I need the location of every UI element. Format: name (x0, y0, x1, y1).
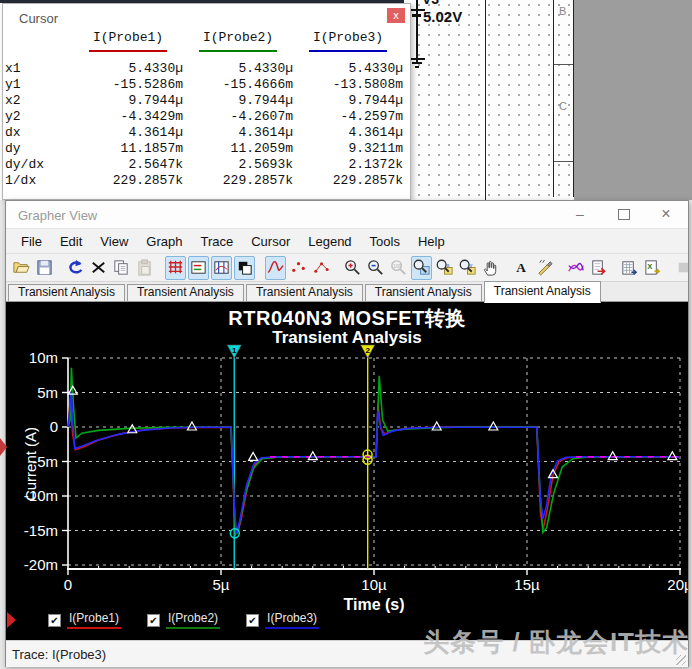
chart-area: RTR040N3 MOSFET转换 Transient Analysis 10m… (6, 302, 688, 640)
screen: V3 5.02V B C Cursor x I(Probe1)I(Probe2)… (0, 0, 692, 669)
svg-text:x: x (446, 262, 449, 268)
cursor-column-header: I(Probe1) (73, 30, 183, 52)
show-grid-button[interactable] (165, 256, 186, 280)
legend-checkbox[interactable]: ✔ (147, 614, 160, 627)
placeholder-button (673, 256, 692, 280)
show-cursors-button[interactable] (211, 256, 232, 280)
delete-button[interactable] (88, 256, 109, 280)
scatter-line-plot-button[interactable] (311, 256, 332, 280)
svg-text:15µ: 15µ (514, 576, 540, 593)
zoom-in-button[interactable] (342, 256, 363, 280)
ground-icon (412, 62, 422, 64)
zone-label-b: B (559, 5, 566, 17)
pan-button[interactable] (480, 256, 501, 280)
scatter-plot-button[interactable] (288, 256, 309, 280)
menu-graph[interactable]: Graph (137, 232, 191, 251)
grid-layer (68, 358, 680, 569)
add-text-button[interactable]: A (511, 256, 532, 280)
tick-labels: 10m5m0-5m-10m-15m-20m05µ10µ15µ20µ (24, 349, 688, 593)
legend-label: I(Probe1) (67, 611, 121, 629)
svg-text:20µ: 20µ (667, 576, 688, 593)
paste-button[interactable] (134, 256, 155, 280)
menu-view[interactable]: View (91, 232, 137, 251)
zoom-out-button[interactable] (365, 256, 386, 280)
svg-text:5µ: 5µ (213, 576, 230, 593)
status-text: Trace: I(Probe3) (12, 647, 106, 662)
workspace-gray-area (574, 0, 692, 200)
legend-checkbox[interactable]: ✔ (246, 614, 259, 627)
export-grid-button[interactable] (619, 256, 640, 280)
black-white-toggle-button[interactable] (234, 256, 255, 280)
annotate-button[interactable] (534, 256, 555, 280)
menu-tools[interactable]: Tools (361, 232, 409, 251)
chart-legend: ✔I(Probe1)✔I(Probe2)✔I(Probe3) (48, 611, 345, 629)
menu-cursor[interactable]: Cursor (242, 232, 299, 251)
x-axis-label: Time (s) (343, 596, 404, 613)
svg-text:10µ: 10µ (361, 576, 387, 593)
copy-button[interactable] (111, 256, 132, 280)
minimize-button[interactable]: – (570, 205, 590, 223)
window-title: Grapher View (18, 208, 97, 223)
show-legend-button[interactable] (188, 256, 209, 280)
toolbar: 100 x y A X (6, 254, 688, 282)
menu-file[interactable]: File (12, 232, 51, 251)
open-button[interactable] (11, 256, 32, 280)
line-plot-button[interactable] (265, 256, 286, 280)
export-graph-button[interactable] (588, 256, 609, 280)
cursor-table-body: x15.4330µ5.4330µ5.4330µy1-15.5286m-15.46… (3, 61, 410, 189)
zone-divider (554, 161, 573, 162)
undo-button[interactable] (65, 256, 86, 280)
tab-transient-analysis-5[interactable]: Transient Analysis (484, 281, 601, 303)
tab-transient-analysis-2[interactable]: Transient Analysis (127, 284, 244, 302)
schematic-canvas: V3 5.02V B C (404, 0, 574, 200)
maximize-icon (618, 209, 630, 220)
legend-checkbox[interactable]: ✔ (48, 614, 61, 627)
battery-plate-short-icon (412, 14, 421, 17)
export-excel-button[interactable]: X (642, 256, 663, 280)
close-button[interactable]: × (656, 205, 676, 223)
zoom-area-button[interactable] (411, 256, 432, 280)
tab-transient-analysis-1[interactable]: Transient Analysis (8, 284, 125, 302)
zoom-100-button[interactable]: 100 (388, 256, 409, 280)
overlay-traces-button[interactable] (565, 256, 586, 280)
save-button[interactable] (34, 256, 55, 280)
axis-layer (62, 358, 681, 575)
cursor-column-header: I(Probe2) (183, 30, 293, 52)
sheet-zone-column: B C (553, 0, 575, 197)
legend-item-iprobe1[interactable]: ✔I(Probe1) (48, 611, 121, 629)
cursor-row-y2: y2-4.3429m-4.2607m-4.2597m (3, 109, 410, 125)
legend-label: I(Probe2) (166, 611, 220, 629)
grapher-window: Grapher View – × FileEditViewGraphTraceC… (5, 200, 689, 667)
legend-item-iprobe3[interactable]: ✔I(Probe3) (246, 611, 319, 629)
cursor-dialog-titlebar[interactable]: Cursor x (3, 4, 410, 28)
cursor-table-header: I(Probe1)I(Probe2)I(Probe3) (3, 30, 410, 52)
background-probe-arrow-icon (0, 438, 7, 456)
legend-label: I(Probe3) (265, 611, 319, 629)
component-ref-label: V3 (422, 0, 439, 7)
chart-subtitle: Transient Analysis (6, 328, 688, 348)
grapher-titlebar[interactable]: Grapher View – × (6, 201, 688, 229)
resize-grip[interactable] (676, 655, 686, 665)
cursor-row-y1: y1-15.5286m-15.4666m-13.5808m (3, 77, 410, 93)
zone-label-c: C (559, 100, 567, 112)
zoom-x-button[interactable]: x (434, 256, 455, 280)
menu-edit[interactable]: Edit (51, 232, 91, 251)
cursor-row-dy: dy11.1857m11.2059m9.3211m (3, 141, 410, 157)
tab-transient-analysis-4[interactable]: Transient Analysis (365, 284, 482, 302)
multisim-background: V3 5.02V B C Cursor x I(Probe1)I(Probe2)… (0, 0, 692, 200)
tab-transient-analysis-3[interactable]: Transient Analysis (246, 284, 363, 302)
svg-text:-20m: -20m (24, 556, 58, 573)
cursor-dialog-close-button[interactable]: x (387, 8, 405, 23)
menu-help[interactable]: Help (409, 232, 454, 251)
cursor-table: I(Probe1)I(Probe2)I(Probe3) x15.4330µ5.4… (3, 30, 410, 189)
sheet-border-line (485, 0, 486, 200)
status-bar: Trace: I(Probe3) (6, 640, 688, 667)
svg-text:-15m: -15m (24, 522, 58, 539)
zone-divider (554, 64, 573, 65)
menu-trace[interactable]: Trace (191, 232, 242, 251)
zoom-y-button[interactable]: y (457, 256, 478, 280)
maximize-button[interactable] (614, 205, 634, 223)
legend-item-iprobe2[interactable]: ✔I(Probe2) (147, 611, 220, 629)
menu-legend[interactable]: Legend (299, 232, 360, 251)
legend-scroll-arrow-icon (7, 612, 16, 628)
